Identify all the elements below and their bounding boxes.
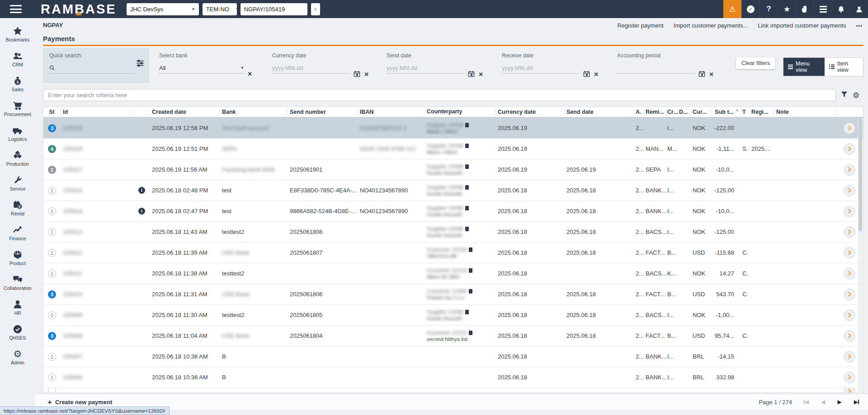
filter-funnel-icon[interactable] <box>841 91 848 100</box>
col-id[interactable]: Id <box>61 108 134 116</box>
favorites-icon[interactable]: ★ <box>778 0 796 18</box>
col-d[interactable]: D... <box>678 108 692 116</box>
sidebar-item-production[interactable]: Production <box>0 146 35 171</box>
table-row[interactable]: 1 105409 i 2025.06.18 11:30 AM testtest2… <box>43 305 863 326</box>
open-row-button[interactable] <box>844 185 855 196</box>
col-send-number[interactable]: Send number <box>288 108 358 116</box>
more-actions-button[interactable]: ••• <box>856 23 863 28</box>
next-page-button[interactable]: ▶ <box>838 399 842 405</box>
user-icon[interactable] <box>850 0 868 18</box>
table-row[interactable]: 1 105407 i 2025.06.18 10:36 AM B 2025.06… <box>43 346 863 367</box>
col-remittance[interactable]: Remi... <box>645 108 666 116</box>
select-bank-dropdown[interactable]: All ▼ <box>159 63 244 74</box>
col-created-date[interactable]: Created date <box>150 108 220 116</box>
accounting-period-input[interactable] <box>617 63 695 74</box>
sidebar-item-crm[interactable]: CRM <box>0 47 35 71</box>
calendar-icon[interactable] <box>354 70 360 79</box>
open-row-button[interactable] <box>844 330 855 342</box>
sidebar-item-rental[interactable]: $ Rental <box>0 196 35 220</box>
company-select[interactable]: TEM-NO▼ <box>203 3 237 15</box>
program-input[interactable]: NGPAY/105419 <box>241 3 307 15</box>
sidebar-item-collaboration[interactable]: Collaboration <box>0 270 35 295</box>
search-input[interactable] <box>43 89 836 101</box>
first-page-button[interactable]: ◀ <box>804 399 809 405</box>
open-row-button[interactable] <box>844 309 855 321</box>
sidebar-item-service[interactable]: Service <box>0 171 35 196</box>
table-row[interactable]: 2 105417 i 2025.06.19 11:56 AM Factoring… <box>43 159 863 180</box>
currency-date-input[interactable]: yyyy.MM.dd <box>272 63 350 74</box>
open-row-button[interactable] <box>844 226 855 238</box>
vertical-scrollbar[interactable] <box>858 118 863 392</box>
gear-icon[interactable]: ⚙ <box>853 92 859 99</box>
open-row-button[interactable] <box>844 143 855 155</box>
col-iban[interactable]: IBAN <box>358 108 425 116</box>
tasks-icon[interactable] <box>814 0 832 18</box>
clear-bank-icon[interactable]: × <box>248 70 252 78</box>
sidebar-item-sales[interactable]: $ Sales <box>0 71 35 96</box>
sidebar-item-bookmarks[interactable]: Bookmarks <box>0 22 35 47</box>
receive-date-input[interactable]: yyyy.MM.dd <box>502 63 580 74</box>
col-bank[interactable]: Bank <box>220 108 288 116</box>
open-row-button[interactable] <box>844 289 855 300</box>
clear-currency-date-icon[interactable]: × <box>364 71 368 78</box>
table-row[interactable]: 1 105414 i 2025.06.18 02:47 PM test 9866… <box>43 201 863 222</box>
sidebar-item-hr[interactable]: HR <box>0 295 35 320</box>
table-row[interactable]: 1 105413 i 2025.06.18 11:43 AM testtest2… <box>43 222 863 242</box>
table-row[interactable]: 3 105408 i 2025.06.18 11:04 AM USD Bank … <box>43 326 863 346</box>
table-row[interactable]: 1 105411 i 2025.06.18 11:38 AM testtest2… <box>43 263 863 284</box>
col-t[interactable]: T <box>741 108 750 116</box>
calendar-icon[interactable] <box>468 70 475 79</box>
table-row[interactable]: 1 105406 i 2025.06.18 10:36 AM B 2025.06… <box>43 367 863 388</box>
open-row-button[interactable] <box>844 205 855 217</box>
clear-receive-date-icon[interactable]: × <box>594 71 598 78</box>
col-registered[interactable]: Regi... <box>750 108 774 116</box>
calendar-icon[interactable] <box>583 70 590 79</box>
sidebar-item-finance[interactable]: Finance <box>0 220 35 245</box>
app-menu-icon[interactable] <box>10 5 22 13</box>
sidebar-item-admin[interactable]: ⚙ Admin <box>0 345 35 369</box>
clear-accounting-period-icon[interactable]: × <box>709 71 713 78</box>
open-row-button[interactable] <box>844 122 855 134</box>
table-row[interactable]: 1 105415 i 2025.06.18 02:48 PM test E8F3… <box>43 180 863 201</box>
support-icon[interactable]: ✓ <box>741 0 760 18</box>
help-icon[interactable]: ? <box>760 0 778 18</box>
col-send-date[interactable]: Send date <box>564 108 635 116</box>
search-settings-icon[interactable] <box>136 59 145 69</box>
notifications-icon[interactable] <box>832 0 850 18</box>
import-customer-payments-link[interactable]: Import customer payments... <box>674 22 748 29</box>
col-a[interactable]: A. <box>635 108 645 116</box>
back-button[interactable]: ‹ <box>311 3 320 15</box>
register-payment-link[interactable]: Register payment <box>618 22 664 29</box>
link-imported-customer-payments-link[interactable]: Link imported customer payments <box>758 22 846 29</box>
open-row-button[interactable] <box>844 372 855 383</box>
col-currency[interactable]: Cur... <box>692 108 711 116</box>
quick-search-input[interactable] <box>49 63 135 74</box>
table-row[interactable]: 4 105418 i 2025.06.19 12:51 PM SEPA NO40… <box>43 139 863 159</box>
col-cr[interactable]: Cr... <box>666 108 678 116</box>
table-row[interactable]: i <box>43 388 863 393</box>
item-view-button[interactable]: Item view <box>825 58 863 76</box>
col-currency-date[interactable]: Currency date <box>495 108 564 116</box>
col-note[interactable]: Note <box>774 108 836 116</box>
system-select[interactable]: JHC DevSys▼ <box>127 3 199 15</box>
scrollbar-thumb[interactable] <box>859 118 862 231</box>
clear-send-date-icon[interactable]: × <box>479 71 483 78</box>
sidebar-item-procurement[interactable]: Procurement <box>0 96 35 121</box>
col-sub-total[interactable]: Sub t... <box>711 108 736 116</box>
open-row-button[interactable] <box>844 268 855 280</box>
col-counterparty[interactable]: Counterparty <box>425 108 495 116</box>
open-row-button[interactable] <box>844 164 855 176</box>
clear-filters-button[interactable]: Clear filters <box>736 57 775 69</box>
calendar-icon[interactable] <box>698 70 705 79</box>
send-date-input[interactable]: yyyy.MM.dd <box>387 63 464 74</box>
menu-view-button[interactable]: Menu view <box>783 58 825 76</box>
col-st[interactable]: St <box>43 108 61 116</box>
open-row-button[interactable] <box>844 388 855 393</box>
attachments-icon[interactable] <box>796 0 814 18</box>
table-row[interactable]: 3 105410 i 2025.06.18 11:31 AM USD Bank … <box>43 284 863 305</box>
open-row-button[interactable] <box>844 351 855 363</box>
col-q[interactable]: ' <box>736 108 741 116</box>
table-row[interactable]: 1 105412 i 2025.06.18 11:39 AM USD Bank … <box>43 242 863 263</box>
sidebar-item-product[interactable]: Product <box>0 245 35 270</box>
sidebar-item-qhses[interactable]: QHSES <box>0 320 35 345</box>
